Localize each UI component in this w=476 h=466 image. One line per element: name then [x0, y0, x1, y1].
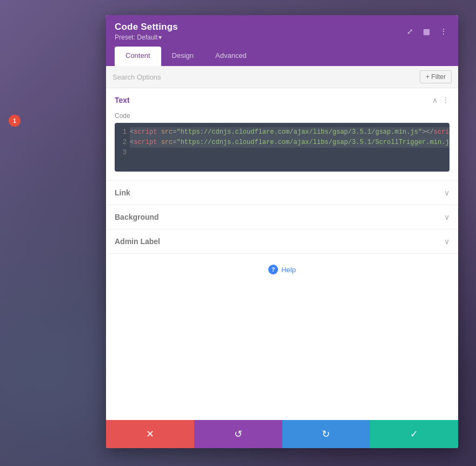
- code-settings-panel: Code Settings Preset: Default▾ ⤢ ▦ ⋮: [106, 15, 458, 448]
- text-section-controls: ∧ ⋮: [432, 96, 449, 104]
- tab-design-label: Design: [172, 51, 194, 60]
- preset-text: Preset: Default: [115, 34, 157, 41]
- redo-button[interactable]: ↻: [282, 420, 371, 448]
- panel-preset: Preset: Default▾: [115, 34, 178, 41]
- text-section-chevron[interactable]: ∧: [432, 96, 438, 104]
- title-row: Code Settings Preset: Default▾ ⤢ ▦ ⋮: [115, 22, 449, 41]
- more-icon: ⋮: [440, 27, 447, 36]
- help-link[interactable]: Help: [281, 266, 296, 274]
- columns-icon: ▦: [423, 27, 430, 36]
- background-section-chevron[interactable]: ∨: [444, 213, 449, 221]
- tab-advanced-label: Advanced: [215, 51, 247, 60]
- line-num-1: 1: [118, 127, 127, 137]
- cancel-button[interactable]: ✕: [106, 420, 194, 448]
- background-section-title: Background: [115, 213, 159, 221]
- code-line-3: [130, 148, 449, 158]
- panel-title: Code Settings: [115, 22, 178, 32]
- code-lines: <script src="https://cdnjs.cloudflare.co…: [130, 127, 449, 167]
- tab-advanced[interactable]: Advanced: [204, 47, 257, 66]
- badge-1: 1: [9, 115, 21, 127]
- text-section-header: Text ∧ ⋮: [106, 88, 458, 112]
- tab-content-label: Content: [125, 51, 150, 60]
- tag-name-1: script: [134, 128, 157, 136]
- reset-button[interactable]: ↺: [194, 420, 282, 448]
- link-section-chevron[interactable]: ∨: [444, 188, 449, 197]
- badge-label: 1: [13, 117, 16, 124]
- link-section-title: Link: [115, 188, 130, 197]
- code-label: Code: [115, 112, 449, 120]
- line-num-3: 3: [118, 148, 127, 158]
- line-num-2: 2: [118, 137, 127, 148]
- link-section: Link ∨: [106, 181, 458, 205]
- tab-content[interactable]: Content: [115, 47, 161, 66]
- code-editor[interactable]: 1 2 3 <script src="https://cdnjs.cloudfl…: [115, 123, 449, 172]
- redo-icon: ↻: [322, 428, 330, 440]
- admin-label-section: Admin Label ∨: [106, 229, 458, 254]
- save-icon: ✓: [410, 428, 418, 440]
- text-section-title: Text: [115, 96, 130, 104]
- admin-label-section-title: Admin Label: [115, 237, 160, 246]
- text-section-menu[interactable]: ⋮: [442, 96, 449, 104]
- cancel-icon: ✕: [146, 428, 154, 440]
- code-line-2: <script src="https://cdnjs.cloudflare.co…: [130, 137, 449, 148]
- reset-icon: ↺: [234, 428, 242, 440]
- tab-design[interactable]: Design: [161, 47, 204, 66]
- panel-footer: ✕ ↺ ↻ ✓: [106, 420, 458, 448]
- resize-icon: ⤢: [407, 27, 413, 36]
- code-field-container: Code 1 2 3 <script src="https://cdnjs.cl…: [106, 112, 458, 180]
- code-line-1: <script src="https://cdnjs.cloudflare.co…: [130, 127, 449, 137]
- preset-arrow[interactable]: ▾: [158, 34, 162, 41]
- title-block: Code Settings Preset: Default▾: [115, 22, 178, 41]
- header-icons: ⤢ ▦ ⋮: [405, 26, 449, 37]
- panel-header: Code Settings Preset: Default▾ ⤢ ▦ ⋮: [106, 15, 458, 66]
- background-section-header[interactable]: Background ∨: [106, 205, 458, 229]
- resize-icon-button[interactable]: ⤢: [405, 26, 415, 37]
- link-section-header[interactable]: Link ∨: [106, 181, 458, 205]
- search-bar: Search Options + Filter: [106, 66, 458, 88]
- help-icon: ?: [268, 265, 278, 274]
- help-section: ? Help: [106, 254, 458, 285]
- more-icon-button[interactable]: ⋮: [438, 26, 449, 37]
- admin-label-section-header[interactable]: Admin Label ∨: [106, 229, 458, 253]
- text-section: Text ∧ ⋮ Code 1 2 3 <script src="ht: [106, 88, 458, 181]
- search-placeholder: Search Options: [113, 73, 161, 81]
- admin-label-section-chevron[interactable]: ∨: [444, 237, 449, 246]
- columns-icon-button[interactable]: ▦: [421, 26, 432, 37]
- filter-button[interactable]: + Filter: [420, 70, 452, 83]
- save-button[interactable]: ✓: [370, 420, 458, 448]
- line-numbers: 1 2 3: [115, 127, 130, 167]
- background-section: Background ∨: [106, 205, 458, 229]
- tab-bar: Content Design Advanced: [115, 47, 449, 66]
- filter-label: + Filter: [426, 73, 446, 81]
- attr-src-1: src: [161, 128, 173, 136]
- panel-body: Text ∧ ⋮ Code 1 2 3 <script src="ht: [106, 88, 458, 420]
